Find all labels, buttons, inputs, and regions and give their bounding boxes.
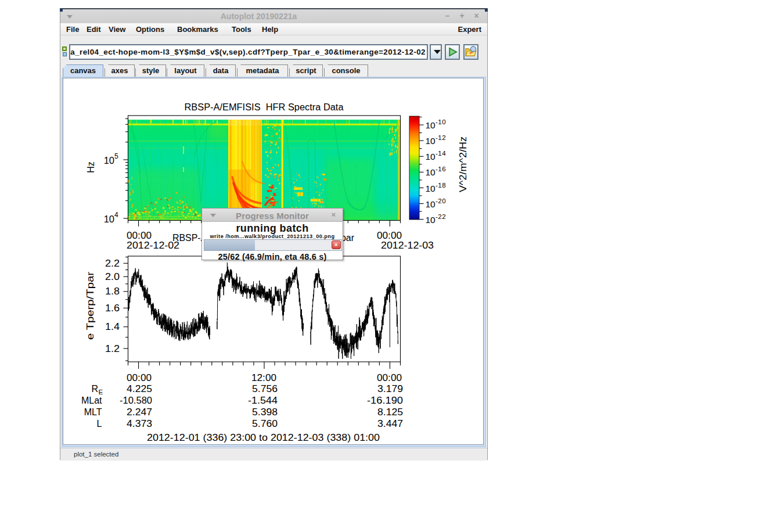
svg-text:-14: -14 <box>436 150 446 157</box>
svg-text:R: R <box>91 384 98 394</box>
svg-text:5: 5 <box>114 152 118 160</box>
svg-text:-1.544: -1.544 <box>248 396 278 405</box>
svg-text:-12: -12 <box>436 134 446 141</box>
svg-text:1.2: 1.2 <box>105 344 120 354</box>
svg-text:2012-12-01 (336) 23:00 to 2012: 2012-12-01 (336) 23:00 to 2012-12-03 (33… <box>147 433 380 443</box>
svg-text:L: L <box>97 419 102 429</box>
svg-text:2.2: 2.2 <box>105 258 120 268</box>
svg-text:2.0: 2.0 <box>105 272 120 282</box>
svg-text:-18: -18 <box>436 182 446 189</box>
svg-text:1.4: 1.4 <box>105 322 120 332</box>
svg-text:Hz: Hz <box>86 161 96 173</box>
svg-text:4.373: 4.373 <box>127 419 152 429</box>
svg-text:-10.580: -10.580 <box>120 396 152 405</box>
svg-text:3.447: 3.447 <box>377 419 403 429</box>
svg-text:-16.190: -16.190 <box>367 396 403 405</box>
svg-text:8.125: 8.125 <box>377 407 403 417</box>
svg-text:10: 10 <box>426 167 436 177</box>
svg-text:2012-12-03: 2012-12-03 <box>381 240 434 250</box>
svg-text:3.179: 3.179 <box>377 384 403 394</box>
svg-text:-20: -20 <box>436 197 446 204</box>
svg-text:00:00: 00:00 <box>377 373 402 383</box>
svg-text:1.6: 1.6 <box>105 303 120 313</box>
svg-text:00:00: 00:00 <box>127 373 152 383</box>
svg-text:10: 10 <box>426 184 436 193</box>
svg-text:10: 10 <box>426 215 436 225</box>
svg-text:10: 10 <box>104 214 114 224</box>
svg-text:RBSP-A/EMFISIS HFR Spectra Da: RBSP-A/EMFISIS HFR Spectra Data <box>185 102 344 112</box>
svg-text:-16: -16 <box>436 166 446 172</box>
svg-text:4.225: 4.225 <box>127 384 152 394</box>
svg-text:10: 10 <box>426 120 436 130</box>
svg-text:2012-12-02: 2012-12-02 <box>127 240 179 250</box>
svg-text:00:00: 00:00 <box>127 231 152 240</box>
svg-text:00:00: 00:00 <box>377 231 402 240</box>
svg-text:12:00: 12:00 <box>251 373 276 383</box>
svg-text:10: 10 <box>104 155 114 166</box>
svg-text:4: 4 <box>114 211 118 219</box>
svg-text:-22: -22 <box>436 213 446 220</box>
svg-text:V^2/m^2/Hz: V^2/m^2/Hz <box>458 136 468 192</box>
svg-text:10: 10 <box>426 136 436 146</box>
svg-text:5.760: 5.760 <box>252 419 278 429</box>
svg-text:10: 10 <box>426 199 436 209</box>
svg-text:e Tperp/Tpar: e Tperp/Tpar <box>85 271 95 340</box>
svg-text:MLat: MLat <box>81 396 102 405</box>
svg-text:5.398: 5.398 <box>252 407 278 417</box>
svg-text:2.247: 2.247 <box>127 407 152 417</box>
svg-text:10: 10 <box>426 152 436 161</box>
svg-text:1.8: 1.8 <box>105 286 120 296</box>
svg-text:-10: -10 <box>436 118 446 125</box>
svg-text:5.756: 5.756 <box>252 384 278 394</box>
svg-text:E: E <box>99 389 103 396</box>
svg-text:MLT: MLT <box>84 407 102 417</box>
